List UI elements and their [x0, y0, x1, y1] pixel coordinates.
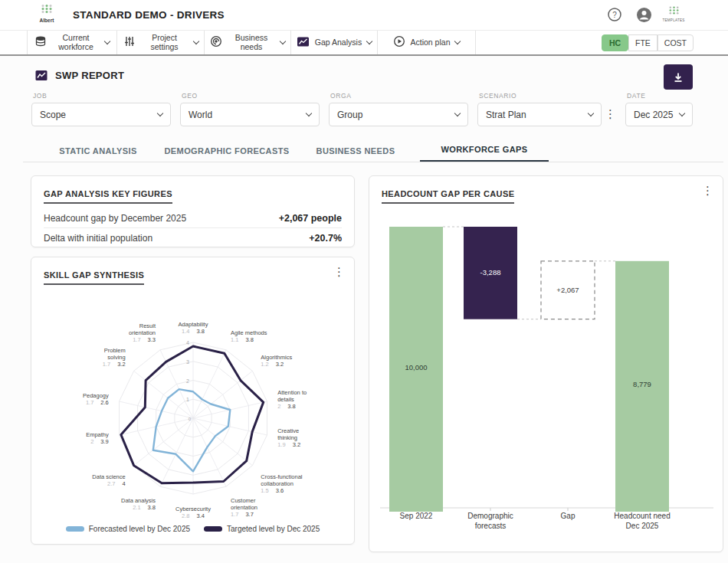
svg-text:23.8: 23.8	[277, 403, 296, 410]
svg-text:thinking: thinking	[277, 434, 297, 441]
key-figure-label: Delta with initial population	[44, 233, 152, 244]
main-navbar: Current workforce Project settings Busin…	[0, 31, 728, 55]
legend-swatch-forecast	[66, 526, 84, 532]
nav-item-business-needs[interactable]: Business needs	[205, 31, 291, 55]
geo-select[interactable]: World	[180, 103, 320, 126]
svg-text:2.83.4: 2.83.4	[182, 512, 205, 519]
svg-text:Adaptability: Adaptability	[179, 321, 208, 328]
legend-swatch-target	[204, 526, 222, 532]
svg-text:1.53.6: 1.53.6	[261, 487, 284, 494]
unit-hc-button[interactable]: HC	[602, 34, 628, 51]
nav-item-action-plan[interactable]: Action plan	[378, 31, 476, 55]
chevron-down-icon	[454, 110, 461, 116]
svg-text:23.9: 23.9	[90, 438, 109, 445]
download-button[interactable]	[664, 64, 693, 90]
report-title: SWP REPORT	[55, 70, 124, 81]
sliders-icon	[123, 35, 136, 51]
svg-text:Cybersecurity: Cybersecurity	[175, 506, 211, 512]
report-chart-icon	[34, 70, 48, 81]
unit-cost-button[interactable]: COST	[657, 34, 694, 51]
chevron-down-icon	[157, 110, 163, 116]
job-select-value: Scope	[40, 110, 66, 120]
logo-text: Albert	[34, 18, 60, 23]
svg-text:Demographic: Demographic	[467, 512, 513, 520]
svg-text:1.23.2: 1.23.2	[261, 361, 284, 368]
skill-gap-radar-chart: 12340Adaptability1.43.8Agile methods1.13…	[31, 279, 356, 522]
nav-item-current-workforce[interactable]: Current workforce	[27, 31, 117, 55]
svg-text:1.43.8: 1.43.8	[182, 328, 205, 335]
user-avatar[interactable]	[636, 7, 652, 26]
svg-text:Cross-functional: Cross-functional	[261, 473, 303, 480]
job-select[interactable]: Scope	[31, 103, 171, 126]
orga-select[interactable]: Group	[329, 103, 468, 126]
svg-text:2: 2	[186, 378, 189, 384]
unit-toggle: HC FTE COST	[602, 34, 694, 51]
svg-text:Headcount need: Headcount need	[614, 512, 670, 520]
nav-item-project-settings[interactable]: Project settings	[117, 31, 205, 55]
nav-item-gap-analysis[interactable]: Gap Analysis	[291, 31, 378, 55]
svg-text:8,779: 8,779	[633, 380, 651, 388]
svg-text:?: ?	[612, 11, 617, 19]
headcount-gap-menu-icon[interactable]: ⋮	[702, 185, 713, 196]
svg-text:1.93.2: 1.93.2	[277, 441, 300, 448]
filter-label-orga: ORGA	[330, 92, 351, 100]
headcount-gap-card: 10,000Sep 2022-3,288Demographicforecasts…	[369, 175, 723, 552]
svg-text:collaboration: collaboration	[261, 480, 293, 487]
svg-text:forecasts: forecasts	[475, 522, 507, 530]
date-select[interactable]: Dec 2025	[625, 103, 693, 126]
orga-select-value: Group	[337, 110, 362, 120]
tab-demographic-forecasts[interactable]: DEMOGRAPHIC FORECASTS	[162, 139, 291, 162]
chevron-down-icon	[679, 110, 685, 116]
chart-icon	[297, 36, 310, 51]
unit-fte-button[interactable]: FTE	[628, 34, 657, 51]
logo-grid-icon	[41, 3, 53, 16]
key-figure-value: +2,067 people	[279, 213, 342, 224]
nav-divider	[0, 54, 728, 56]
nav-item-label: Gap Analysis	[315, 38, 362, 47]
skill-gap-card: SKILL GAP SYNTHESIS ⋮ 12340Adaptability1…	[31, 257, 355, 545]
filter-label-geo: GEO	[182, 92, 198, 100]
top-header: Albert STANDARD DEMO - DRIVERS ? TEMPLAT…	[0, 0, 728, 31]
play-icon	[393, 35, 405, 51]
chevron-down-icon	[104, 38, 110, 44]
headcount-gap-title: HEADCOUNT GAP PER CAUSE	[382, 189, 514, 204]
scenario-select-value: Strat Plan	[486, 110, 526, 120]
radar-legend: Forecasted level by Dec 2025 Targeted le…	[31, 525, 354, 533]
key-figure-row: Delta with initial population +20.7%	[44, 228, 342, 248]
templates-label: TEMPLATES	[661, 18, 687, 22]
skill-gap-menu-icon[interactable]: ⋮	[333, 266, 345, 277]
svg-text:Agile methods: Agile methods	[231, 329, 267, 336]
svg-text:Data analysis: Data analysis	[121, 497, 156, 504]
nav-item-label: Business needs	[228, 34, 275, 52]
nav-item-label: Action plan	[411, 38, 451, 47]
svg-text:Empathy: Empathy	[86, 431, 109, 438]
svg-text:+2,067: +2,067	[556, 286, 579, 294]
report-title-row: SWP REPORT	[34, 70, 124, 81]
svg-text:2.13.8: 2.13.8	[133, 504, 156, 511]
tab-workforce-gaps[interactable]: WORKFORCE GAPS	[420, 139, 549, 162]
chevron-down-icon	[588, 110, 594, 116]
svg-text:Dec 2025: Dec 2025	[626, 522, 659, 530]
legend-label: Targeted level by Dec 2025	[227, 525, 320, 533]
chevron-down-icon	[280, 38, 286, 44]
app-logo: Albert	[34, 3, 60, 23]
database-icon	[34, 35, 47, 51]
tab-business-needs[interactable]: BUSINESS NEEDS	[291, 139, 420, 162]
filter-label-job: JOB	[33, 92, 47, 100]
nav-item-label: Project settings	[141, 34, 189, 52]
help-icon[interactable]: ?	[607, 7, 622, 25]
svg-text:3: 3	[186, 359, 189, 365]
nav-item-label: Current workforce	[52, 34, 100, 52]
filter-label-scenario: SCENARIO	[479, 92, 516, 100]
scenario-select[interactable]: Strat Plan	[477, 103, 602, 126]
svg-text:1.73.7: 1.73.7	[231, 511, 254, 518]
scenario-menu-icon[interactable]: ⋮	[605, 108, 616, 119]
tab-static-analysis[interactable]: STATIC ANALYSIS	[34, 139, 162, 162]
svg-text:Data science: Data science	[92, 473, 125, 480]
legend-item-target: Targeted level by Dec 2025	[204, 525, 320, 533]
chevron-down-icon	[366, 38, 372, 44]
svg-text:details: details	[277, 396, 294, 403]
svg-text:Gap: Gap	[561, 512, 576, 520]
svg-text:Result: Result	[139, 322, 156, 329]
templates-icon[interactable]: TEMPLATES	[661, 5, 687, 22]
